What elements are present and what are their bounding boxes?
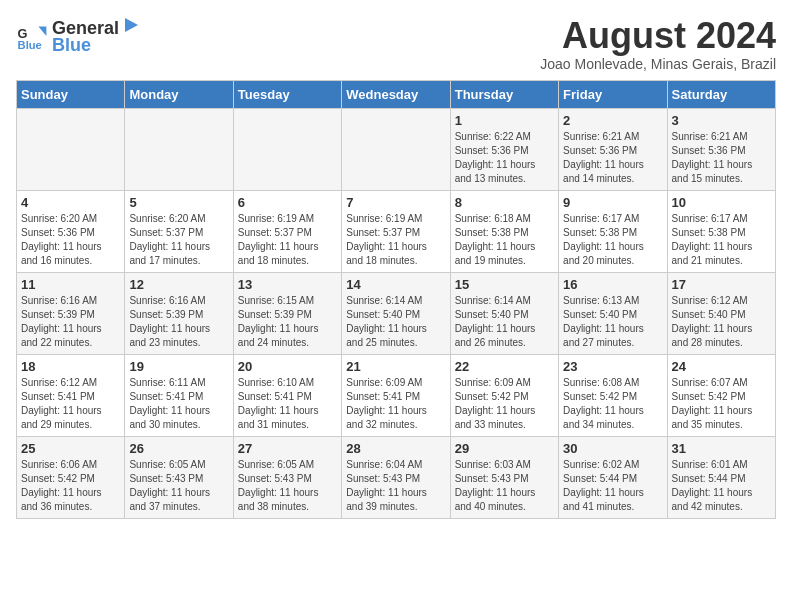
calendar-cell: 30Sunrise: 6:02 AM Sunset: 5:44 PM Dayli… xyxy=(559,436,667,518)
week-row-3: 11Sunrise: 6:16 AM Sunset: 5:39 PM Dayli… xyxy=(17,272,776,354)
day-info: Sunrise: 6:09 AM Sunset: 5:42 PM Dayligh… xyxy=(455,376,554,432)
calendar-cell: 20Sunrise: 6:10 AM Sunset: 5:41 PM Dayli… xyxy=(233,354,341,436)
day-info: Sunrise: 6:15 AM Sunset: 5:39 PM Dayligh… xyxy=(238,294,337,350)
weekday-header-monday: Monday xyxy=(125,80,233,108)
day-number: 27 xyxy=(238,441,337,456)
day-info: Sunrise: 6:05 AM Sunset: 5:43 PM Dayligh… xyxy=(238,458,337,514)
day-number: 10 xyxy=(672,195,771,210)
svg-text:Blue: Blue xyxy=(18,39,42,51)
day-number: 5 xyxy=(129,195,228,210)
day-number: 6 xyxy=(238,195,337,210)
title-area: August 2024 Joao Monlevade, Minas Gerais… xyxy=(540,16,776,72)
day-info: Sunrise: 6:03 AM Sunset: 5:43 PM Dayligh… xyxy=(455,458,554,514)
day-number: 23 xyxy=(563,359,662,374)
day-info: Sunrise: 6:08 AM Sunset: 5:42 PM Dayligh… xyxy=(563,376,662,432)
weekday-header-sunday: Sunday xyxy=(17,80,125,108)
day-number: 28 xyxy=(346,441,445,456)
day-info: Sunrise: 6:07 AM Sunset: 5:42 PM Dayligh… xyxy=(672,376,771,432)
day-info: Sunrise: 6:12 AM Sunset: 5:40 PM Dayligh… xyxy=(672,294,771,350)
day-info: Sunrise: 6:11 AM Sunset: 5:41 PM Dayligh… xyxy=(129,376,228,432)
day-info: Sunrise: 6:17 AM Sunset: 5:38 PM Dayligh… xyxy=(672,212,771,268)
logo: G Blue General Blue xyxy=(16,16,139,56)
calendar-cell: 10Sunrise: 6:17 AM Sunset: 5:38 PM Dayli… xyxy=(667,190,775,272)
calendar-cell: 28Sunrise: 6:04 AM Sunset: 5:43 PM Dayli… xyxy=(342,436,450,518)
day-number: 14 xyxy=(346,277,445,292)
calendar-cell: 16Sunrise: 6:13 AM Sunset: 5:40 PM Dayli… xyxy=(559,272,667,354)
day-number: 15 xyxy=(455,277,554,292)
calendar-cell: 15Sunrise: 6:14 AM Sunset: 5:40 PM Dayli… xyxy=(450,272,558,354)
day-number: 29 xyxy=(455,441,554,456)
day-number: 31 xyxy=(672,441,771,456)
calendar-cell: 2Sunrise: 6:21 AM Sunset: 5:36 PM Daylig… xyxy=(559,108,667,190)
day-number: 12 xyxy=(129,277,228,292)
svg-marker-3 xyxy=(125,18,138,32)
day-info: Sunrise: 6:04 AM Sunset: 5:43 PM Dayligh… xyxy=(346,458,445,514)
day-info: Sunrise: 6:13 AM Sunset: 5:40 PM Dayligh… xyxy=(563,294,662,350)
week-row-4: 18Sunrise: 6:12 AM Sunset: 5:41 PM Dayli… xyxy=(17,354,776,436)
day-info: Sunrise: 6:12 AM Sunset: 5:41 PM Dayligh… xyxy=(21,376,120,432)
calendar-cell: 1Sunrise: 6:22 AM Sunset: 5:36 PM Daylig… xyxy=(450,108,558,190)
calendar-cell: 5Sunrise: 6:20 AM Sunset: 5:37 PM Daylig… xyxy=(125,190,233,272)
calendar-cell: 19Sunrise: 6:11 AM Sunset: 5:41 PM Dayli… xyxy=(125,354,233,436)
day-number: 13 xyxy=(238,277,337,292)
svg-marker-1 xyxy=(38,26,46,36)
day-number: 4 xyxy=(21,195,120,210)
calendar-cell: 27Sunrise: 6:05 AM Sunset: 5:43 PM Dayli… xyxy=(233,436,341,518)
weekday-header-wednesday: Wednesday xyxy=(342,80,450,108)
day-number: 7 xyxy=(346,195,445,210)
day-number: 22 xyxy=(455,359,554,374)
day-number: 16 xyxy=(563,277,662,292)
day-number: 17 xyxy=(672,277,771,292)
day-info: Sunrise: 6:22 AM Sunset: 5:36 PM Dayligh… xyxy=(455,130,554,186)
week-row-1: 1Sunrise: 6:22 AM Sunset: 5:36 PM Daylig… xyxy=(17,108,776,190)
calendar-cell xyxy=(342,108,450,190)
day-info: Sunrise: 6:14 AM Sunset: 5:40 PM Dayligh… xyxy=(346,294,445,350)
calendar-cell: 29Sunrise: 6:03 AM Sunset: 5:43 PM Dayli… xyxy=(450,436,558,518)
calendar-cell: 14Sunrise: 6:14 AM Sunset: 5:40 PM Dayli… xyxy=(342,272,450,354)
day-number: 11 xyxy=(21,277,120,292)
calendar-cell: 11Sunrise: 6:16 AM Sunset: 5:39 PM Dayli… xyxy=(17,272,125,354)
calendar-cell: 24Sunrise: 6:07 AM Sunset: 5:42 PM Dayli… xyxy=(667,354,775,436)
day-number: 26 xyxy=(129,441,228,456)
calendar-cell xyxy=(17,108,125,190)
calendar-cell: 23Sunrise: 6:08 AM Sunset: 5:42 PM Dayli… xyxy=(559,354,667,436)
calendar-cell: 13Sunrise: 6:15 AM Sunset: 5:39 PM Dayli… xyxy=(233,272,341,354)
month-year-title: August 2024 xyxy=(540,16,776,56)
day-number: 2 xyxy=(563,113,662,128)
weekday-header-tuesday: Tuesday xyxy=(233,80,341,108)
calendar-cell xyxy=(233,108,341,190)
week-row-5: 25Sunrise: 6:06 AM Sunset: 5:42 PM Dayli… xyxy=(17,436,776,518)
day-number: 19 xyxy=(129,359,228,374)
day-info: Sunrise: 6:21 AM Sunset: 5:36 PM Dayligh… xyxy=(672,130,771,186)
calendar-cell: 17Sunrise: 6:12 AM Sunset: 5:40 PM Dayli… xyxy=(667,272,775,354)
weekday-header-saturday: Saturday xyxy=(667,80,775,108)
day-info: Sunrise: 6:01 AM Sunset: 5:44 PM Dayligh… xyxy=(672,458,771,514)
day-number: 9 xyxy=(563,195,662,210)
calendar-cell: 21Sunrise: 6:09 AM Sunset: 5:41 PM Dayli… xyxy=(342,354,450,436)
day-info: Sunrise: 6:05 AM Sunset: 5:43 PM Dayligh… xyxy=(129,458,228,514)
calendar-cell: 6Sunrise: 6:19 AM Sunset: 5:37 PM Daylig… xyxy=(233,190,341,272)
day-info: Sunrise: 6:16 AM Sunset: 5:39 PM Dayligh… xyxy=(129,294,228,350)
day-info: Sunrise: 6:10 AM Sunset: 5:41 PM Dayligh… xyxy=(238,376,337,432)
location-text: Joao Monlevade, Minas Gerais, Brazil xyxy=(540,56,776,72)
calendar-cell: 25Sunrise: 6:06 AM Sunset: 5:42 PM Dayli… xyxy=(17,436,125,518)
day-number: 25 xyxy=(21,441,120,456)
day-info: Sunrise: 6:16 AM Sunset: 5:39 PM Dayligh… xyxy=(21,294,120,350)
day-number: 21 xyxy=(346,359,445,374)
calendar-cell: 9Sunrise: 6:17 AM Sunset: 5:38 PM Daylig… xyxy=(559,190,667,272)
calendar-cell: 18Sunrise: 6:12 AM Sunset: 5:41 PM Dayli… xyxy=(17,354,125,436)
day-info: Sunrise: 6:21 AM Sunset: 5:36 PM Dayligh… xyxy=(563,130,662,186)
weekday-header-row: SundayMondayTuesdayWednesdayThursdayFrid… xyxy=(17,80,776,108)
calendar-cell: 26Sunrise: 6:05 AM Sunset: 5:43 PM Dayli… xyxy=(125,436,233,518)
day-number: 24 xyxy=(672,359,771,374)
week-row-2: 4Sunrise: 6:20 AM Sunset: 5:36 PM Daylig… xyxy=(17,190,776,272)
day-number: 20 xyxy=(238,359,337,374)
day-info: Sunrise: 6:19 AM Sunset: 5:37 PM Dayligh… xyxy=(346,212,445,268)
weekday-header-thursday: Thursday xyxy=(450,80,558,108)
day-info: Sunrise: 6:18 AM Sunset: 5:38 PM Dayligh… xyxy=(455,212,554,268)
day-info: Sunrise: 6:06 AM Sunset: 5:42 PM Dayligh… xyxy=(21,458,120,514)
day-info: Sunrise: 6:02 AM Sunset: 5:44 PM Dayligh… xyxy=(563,458,662,514)
day-info: Sunrise: 6:19 AM Sunset: 5:37 PM Dayligh… xyxy=(238,212,337,268)
logo-icon: G Blue xyxy=(16,20,48,52)
calendar-table: SundayMondayTuesdayWednesdayThursdayFrid… xyxy=(16,80,776,519)
